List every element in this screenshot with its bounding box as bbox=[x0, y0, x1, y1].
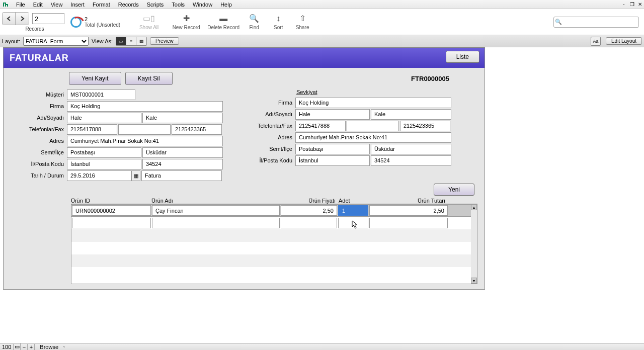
layout-label: Layout: bbox=[2, 38, 20, 44]
sort-button[interactable]: ↕ Sort bbox=[266, 10, 290, 34]
menu-edit[interactable]: Edit bbox=[29, 1, 47, 9]
lbl-semt-r: Semt/İlçe bbox=[235, 146, 295, 152]
share-button[interactable]: ⇧ Share bbox=[290, 10, 314, 34]
sort-status: Total (Unsorted) bbox=[85, 22, 120, 28]
durum-input[interactable] bbox=[141, 170, 222, 181]
row-urunid[interactable] bbox=[72, 205, 151, 216]
semt-input[interactable] bbox=[67, 147, 141, 158]
il-input[interactable] bbox=[67, 159, 141, 169]
menu-file[interactable]: File bbox=[12, 1, 29, 9]
row-tutar[interactable] bbox=[369, 205, 448, 216]
row-fiyat[interactable] bbox=[281, 218, 337, 228]
r-adres-input[interactable] bbox=[295, 132, 451, 143]
zoom-lock[interactable]: ▭ bbox=[14, 343, 21, 350]
tel1-input[interactable] bbox=[67, 124, 117, 135]
lbl-semt: Semt/İlçe bbox=[4, 149, 67, 155]
portal-row[interactable] bbox=[71, 204, 472, 217]
view-form-button[interactable]: ▭ bbox=[116, 37, 126, 45]
window-close[interactable]: ✕ bbox=[636, 2, 644, 7]
menu-window[interactable]: Window bbox=[189, 1, 216, 9]
musteri-input[interactable] bbox=[67, 90, 135, 100]
row-urunad[interactable] bbox=[152, 218, 280, 228]
tarih-input[interactable] bbox=[67, 170, 131, 181]
preview-button[interactable]: Preview bbox=[150, 37, 179, 45]
record-number-input[interactable] bbox=[32, 13, 64, 24]
new-record-button[interactable]: ✚ New Record bbox=[168, 10, 205, 34]
view-list-button[interactable]: ≡ bbox=[126, 37, 136, 45]
yeni-kayit-button[interactable]: Yeni Kayıt bbox=[69, 72, 121, 85]
liste-button[interactable]: Liste bbox=[446, 51, 479, 63]
menu-format[interactable]: Format bbox=[89, 1, 114, 9]
window-minimize[interactable]: - bbox=[620, 2, 628, 7]
portal-scrollbar[interactable]: ▴ ▾ bbox=[471, 204, 477, 284]
lbl-adsoyad: Adı/Soyadı bbox=[4, 115, 67, 121]
zoom-in[interactable]: + bbox=[28, 344, 35, 350]
portal-row[interactable] bbox=[71, 217, 472, 229]
menu-help[interactable]: Help bbox=[216, 1, 236, 9]
ilce-input[interactable] bbox=[142, 147, 223, 158]
delete-record-button[interactable]: ▬ Delete Record bbox=[205, 10, 242, 34]
yeni-portal-button[interactable]: Yeni bbox=[434, 184, 474, 196]
layout-bar: Layout: FATURA_Form View As: ▭ ≡ ▦ Previ… bbox=[0, 35, 644, 47]
r-firma-input[interactable] bbox=[295, 98, 451, 108]
edit-layout-button[interactable]: Edit Layout bbox=[606, 37, 642, 45]
menu-tools[interactable]: Tools bbox=[168, 1, 189, 9]
quick-search-input[interactable] bbox=[563, 18, 638, 27]
firma-input[interactable] bbox=[67, 101, 223, 112]
r-tel2-input[interactable] bbox=[347, 121, 399, 131]
content-scroll[interactable]: FATURALAR Liste Yeni Kayıt Kayıt Sil FTR… bbox=[0, 47, 644, 343]
mode-label[interactable]: Browse bbox=[35, 344, 63, 350]
adres-input[interactable] bbox=[67, 136, 223, 146]
hdr-urunad: Ürün Adı bbox=[151, 198, 280, 204]
r-posta-input[interactable] bbox=[371, 155, 451, 166]
zoom-out[interactable]: − bbox=[21, 344, 28, 350]
quick-search[interactable]: 🔍 bbox=[553, 17, 639, 28]
find-button[interactable]: 🔍 Find bbox=[242, 10, 266, 34]
r-soyad-input[interactable] bbox=[371, 109, 451, 120]
zoom-value[interactable]: 100 bbox=[0, 344, 14, 350]
r-ilce-input[interactable] bbox=[371, 144, 451, 154]
window-restore[interactable]: ❐ bbox=[628, 2, 636, 7]
row-tutar[interactable] bbox=[369, 218, 448, 228]
fax-input[interactable] bbox=[172, 124, 222, 135]
menu-insert[interactable]: Insert bbox=[66, 1, 89, 9]
row-urunad[interactable] bbox=[152, 205, 280, 216]
lbl-adsoyad-r: Adı/Soyadı bbox=[235, 111, 295, 117]
r-fax-input[interactable] bbox=[400, 121, 450, 131]
soyad-input[interactable] bbox=[142, 113, 223, 123]
portal: ▴ ▾ bbox=[71, 204, 477, 284]
menu-records[interactable]: Records bbox=[114, 1, 143, 9]
nav-prev-button[interactable] bbox=[3, 13, 16, 25]
row-adet[interactable] bbox=[338, 218, 368, 228]
portal-row-empty bbox=[71, 267, 472, 280]
show-all-button[interactable]: ▭▯ Show All bbox=[130, 10, 168, 34]
nav-next-button[interactable] bbox=[16, 13, 29, 25]
menu-scripts[interactable]: Scripts bbox=[143, 1, 168, 9]
row-urunid[interactable] bbox=[72, 218, 151, 228]
minus-icon: ▬ bbox=[219, 14, 227, 23]
hdr-urunid: Ürün ID bbox=[71, 198, 151, 204]
view-table-button[interactable]: ▦ bbox=[136, 37, 146, 45]
mode-chevron-icon[interactable]: ‹ bbox=[63, 344, 65, 349]
r-tel1-input[interactable] bbox=[295, 121, 346, 131]
lbl-adres-r: Adres bbox=[235, 134, 295, 140]
viewas-label: View As: bbox=[92, 38, 113, 44]
scroll-up-icon[interactable]: ▴ bbox=[471, 204, 477, 210]
kayit-sil-button[interactable]: Kayıt Sil bbox=[125, 72, 173, 85]
r-il-input[interactable] bbox=[295, 155, 370, 166]
document-id: FTR0000005 bbox=[411, 75, 449, 82]
row-adet[interactable] bbox=[338, 205, 368, 216]
layout-select[interactable]: FATURA_Form bbox=[23, 37, 89, 46]
r-ad-input[interactable] bbox=[295, 109, 370, 120]
scroll-down-icon[interactable]: ▾ bbox=[471, 278, 477, 284]
form-container: FATURALAR Liste Yeni Kayıt Kayıt Sil FTR… bbox=[3, 47, 485, 290]
menu-view[interactable]: View bbox=[47, 1, 67, 9]
calendar-icon[interactable]: ▦ bbox=[131, 170, 140, 181]
row-fiyat[interactable] bbox=[281, 205, 337, 216]
formatting-bar-toggle[interactable]: Aa bbox=[591, 37, 601, 46]
ad-input[interactable] bbox=[67, 113, 141, 123]
tel2-input[interactable] bbox=[118, 124, 171, 135]
posta-input[interactable] bbox=[142, 159, 223, 169]
sevkiyat-link[interactable]: Sevkiyat bbox=[296, 89, 317, 95]
r-semt-input[interactable] bbox=[295, 144, 370, 154]
